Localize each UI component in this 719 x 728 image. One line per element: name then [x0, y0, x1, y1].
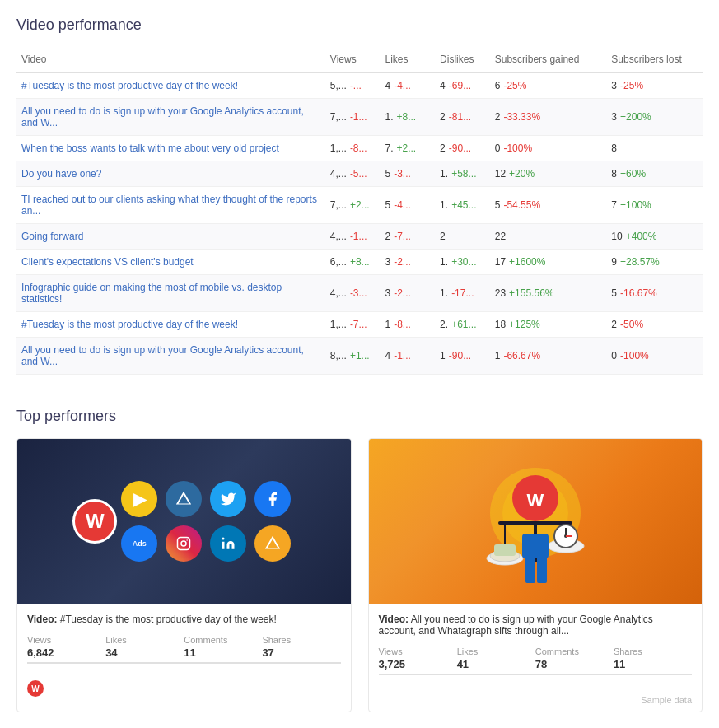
stat-label-likes-1: Likes	[105, 635, 184, 645]
cell-video-name: TI reached out to our clients asking wha…	[16, 187, 325, 224]
cell-subs-lost: 7 +100%	[606, 187, 703, 224]
svg-rect-20	[525, 554, 535, 583]
table-row: TI reached out to our clients asking wha…	[16, 187, 703, 224]
cell-subs-gained: 2 -33.33%	[490, 99, 607, 136]
cell-dislikes: 2. +61...	[435, 312, 490, 338]
cell-dislikes: 1. -17...	[435, 275, 490, 312]
cell-video-name: All you need to do is sign up with your …	[16, 338, 325, 375]
stat-shares-2: Shares 11	[614, 646, 692, 675]
cell-dislikes: 2 -81...	[435, 99, 490, 136]
ahrefs-orange-icon	[254, 525, 291, 562]
sample-data-note: Sample data	[369, 692, 703, 712]
cell-views: 4,... -5...	[325, 161, 381, 187]
svg-rect-15	[494, 544, 516, 556]
performer-video-label-2: Video: All you need to do is sign up wit…	[379, 614, 693, 637]
table-row: All you need to do is sign up with your …	[16, 99, 703, 136]
svg-point-1	[181, 541, 186, 546]
svg-rect-21	[537, 554, 547, 583]
stat-label-shares-1: Shares	[262, 635, 340, 645]
social-icons-grid: ▶ W Ads	[77, 481, 291, 562]
performer-thumbnail-1: ▶ W Ads	[17, 439, 351, 604]
table-row: Do you have one? 4,... -5... 5 -3... 1. …	[16, 161, 703, 187]
cell-subs-lost: 9 +28.57%	[606, 250, 703, 275]
cell-likes: 2 -7...	[380, 224, 435, 250]
cell-subs-lost: 8 +60%	[606, 161, 703, 187]
cell-likes: 7. +2...	[380, 136, 435, 161]
stat-value-shares-1: 37	[262, 646, 273, 659]
cell-subs-lost: 5 -16.67%	[606, 275, 703, 312]
cell-dislikes: 1. +45...	[435, 187, 490, 224]
performer-bottom-1: W	[17, 680, 351, 707]
stat-value-comments-1: 11	[184, 646, 195, 659]
cell-subs-lost: 8	[606, 136, 703, 161]
cell-video-name: Do you have one?	[16, 161, 325, 187]
table-row: Infographic guide on making the most of …	[16, 275, 703, 312]
stat-label-comments-2: Comments	[535, 646, 614, 656]
table-row: When the boss wants to talk with me abou…	[16, 136, 703, 161]
table-row: Going forward 4,... -1... 2 -7... 2 22	[16, 224, 703, 250]
col-header-subs-gained: Subscribers gained	[490, 47, 607, 72]
cell-likes: 3 -2...	[380, 250, 435, 275]
cell-views: 8,... +1...	[325, 338, 381, 375]
col-header-likes: Likes	[380, 47, 435, 72]
cell-video-name: #Tuesday is the most productive day of t…	[16, 312, 325, 338]
table-row: #Tuesday is the most productive day of t…	[16, 312, 703, 338]
cell-likes: 1. +8...	[380, 99, 435, 136]
cell-likes: 3 -2...	[380, 275, 435, 312]
cell-subs-lost: 3 -25%	[606, 72, 703, 99]
stat-value-shares-2: 11	[614, 658, 625, 670]
cell-dislikes: 1. +58...	[435, 161, 490, 187]
video-performance-title: Video performance	[16, 16, 703, 34]
performer-thumbnail-2: W	[369, 439, 703, 604]
performer-video-label-1: Video: #Tuesday is the most productive d…	[27, 614, 341, 625]
performer-info-2: Video: All you need to do is sign up wit…	[369, 604, 703, 692]
scale-illustration: W	[453, 447, 618, 595]
w-brand-icon: W	[72, 499, 117, 544]
col-header-views: Views	[325, 47, 381, 72]
performers-grid: ▶ W Ads	[16, 438, 703, 712]
col-header-dislikes: Dislikes	[435, 47, 490, 72]
stat-label-shares-2: Shares	[614, 646, 692, 656]
cell-video-name: Client's expectations VS client's budget	[16, 250, 325, 275]
stat-likes-1: Likes 34	[105, 635, 184, 664]
cell-subs-lost: 2 -50%	[606, 312, 703, 338]
svg-rect-0	[178, 538, 190, 550]
stat-label-views-1: Views	[27, 635, 105, 645]
svg-rect-22	[522, 534, 549, 558]
ahrefs-icon	[166, 481, 202, 517]
cell-video-name: #Tuesday is the most productive day of t…	[16, 72, 325, 99]
cell-dislikes: 4 -69...	[435, 72, 490, 99]
cell-likes: 5 -3...	[380, 161, 435, 187]
performer-card-2: W	[368, 438, 703, 712]
cell-subs-gained: 1 -66.67%	[490, 338, 607, 375]
stat-label-likes-2: Likes	[457, 646, 535, 656]
cell-subs-gained: 6 -25%	[490, 72, 607, 99]
performer-stats-2: Views 3,725 Likes 41 Comments 78 Shares …	[379, 646, 693, 679]
cell-views: 6,... +8...	[325, 250, 381, 275]
cell-dislikes: 2 -90...	[435, 136, 490, 161]
col-header-subs-lost: Subscribers lost	[606, 47, 703, 72]
stat-views-2: Views 3,725	[379, 646, 457, 675]
cell-subs-lost: 0 -100%	[606, 338, 703, 375]
cell-dislikes: 2	[435, 224, 490, 250]
stat-label-views-2: Views	[379, 646, 457, 656]
stat-value-views-1: 6,842	[27, 646, 54, 659]
cell-subs-gained: 17 +1600%	[490, 250, 607, 275]
svg-text:W: W	[526, 490, 544, 511]
stat-comments-1: Comments 11	[184, 635, 262, 664]
twitter-icon	[210, 481, 246, 517]
linkedin-icon	[210, 525, 246, 562]
youtube-icon: ▶	[121, 481, 157, 517]
svg-rect-9	[498, 521, 572, 525]
cell-likes: 1 -8...	[380, 312, 435, 338]
table-row: All you need to do is sign up with your …	[16, 338, 703, 375]
cell-likes: 4 -1...	[380, 338, 435, 375]
cell-subs-gained: 18 +125%	[490, 312, 607, 338]
performer-info-1: Video: #Tuesday is the most productive d…	[17, 604, 351, 680]
stat-value-likes-2: 41	[457, 658, 469, 670]
svg-point-3	[222, 538, 225, 540]
table-row: Client's expectations VS client's budget…	[16, 250, 703, 275]
cell-subs-gained: 5 -54.55%	[490, 187, 607, 224]
cell-dislikes: 1 -90...	[435, 338, 490, 375]
stat-comments-2: Comments 78	[535, 646, 614, 675]
